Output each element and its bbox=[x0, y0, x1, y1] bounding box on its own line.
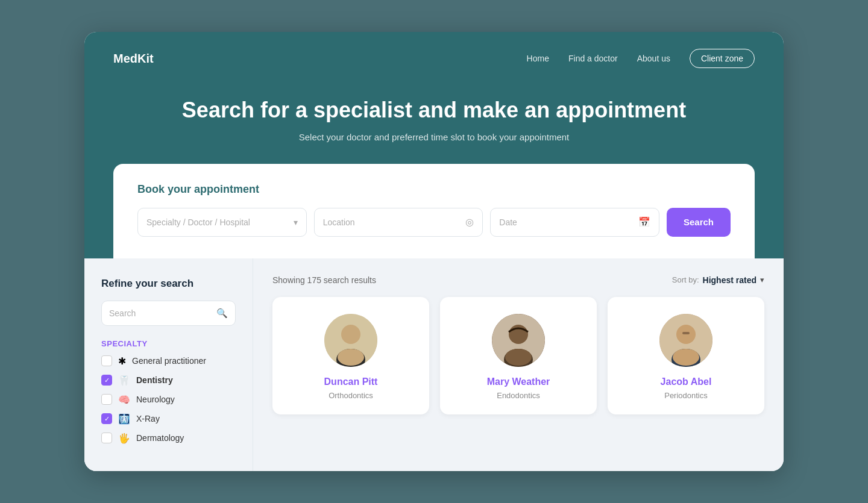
doctor-card-0[interactable]: Duncan Pitt Orthodontics bbox=[272, 297, 429, 414]
doctor-cards-grid: Duncan Pitt Orthodontics Mary bbox=[272, 297, 764, 414]
svg-point-11 bbox=[673, 349, 699, 366]
gp-label: General practitioner bbox=[132, 356, 206, 366]
booking-card: Book your appointment ▾ ◎ 📅 Search bbox=[113, 164, 755, 258]
doctor-avatar-1 bbox=[492, 314, 545, 367]
location-field[interactable]: ◎ bbox=[314, 208, 483, 237]
doctor-card-2[interactable]: Jacob Abel Periodontics bbox=[608, 297, 764, 414]
client-zone-button[interactable]: Client zone bbox=[690, 49, 755, 68]
sidebar: Refine your search 🔍 Specialty ✱ General… bbox=[84, 258, 253, 471]
nav-home[interactable]: Home bbox=[527, 54, 549, 63]
search-icon: 🔍 bbox=[216, 308, 228, 319]
sort-value: Highest rated bbox=[703, 275, 756, 285]
filter-general-practitioner[interactable]: ✱ General practitioner bbox=[101, 355, 236, 367]
lower-section: Refine your search 🔍 Specialty ✱ General… bbox=[84, 258, 784, 471]
location-input[interactable] bbox=[323, 217, 462, 227]
filter-search-input[interactable] bbox=[109, 308, 216, 318]
gp-icon: ✱ bbox=[118, 355, 126, 367]
doctor-specialty-1: Endodontics bbox=[497, 391, 540, 400]
neurology-icon: 🧠 bbox=[118, 394, 130, 405]
filter-dermatology[interactable]: 🖐 Dermatology bbox=[101, 433, 236, 444]
results-section: Showing 175 search results Sort by: High… bbox=[253, 258, 784, 471]
sort-control[interactable]: Sort by: Highest rated ▾ bbox=[672, 275, 764, 285]
filter-search-box[interactable]: 🔍 bbox=[101, 301, 236, 326]
svg-point-1 bbox=[341, 325, 360, 344]
dentistry-icon: 🦷 bbox=[118, 375, 130, 386]
dermatology-checkbox[interactable] bbox=[101, 433, 112, 443]
dermatology-label: Dermatology bbox=[136, 433, 184, 443]
nav-links: Home Find a doctor About us Client zone bbox=[527, 49, 755, 68]
doctor-name-1: Mary Weather bbox=[487, 376, 550, 387]
doctor-specialty-0: Orthodontics bbox=[329, 391, 373, 400]
logo: MedKit bbox=[113, 52, 154, 66]
booking-section-title: Book your appointment bbox=[137, 183, 731, 196]
svg-rect-12 bbox=[682, 332, 690, 334]
navbar: MedKit Home Find a doctor About us Clien… bbox=[113, 49, 755, 68]
search-button[interactable]: Search bbox=[667, 208, 731, 237]
doctor-specialty-2: Periodontics bbox=[664, 391, 708, 400]
chevron-down-icon: ▾ bbox=[294, 217, 298, 227]
specialty-filter-label: Specialty bbox=[101, 339, 236, 348]
hero-title: Search for a specialist and make an appo… bbox=[113, 97, 755, 123]
booking-form: ▾ ◎ 📅 Search bbox=[137, 208, 731, 237]
dentistry-checkbox[interactable] bbox=[101, 375, 112, 386]
results-header: Showing 175 search results Sort by: High… bbox=[272, 275, 764, 285]
filter-xray[interactable]: 🩻 X-Ray bbox=[101, 413, 236, 425]
hero-subtitle: Select your doctor and preferred time sl… bbox=[113, 132, 755, 142]
specialty-input[interactable] bbox=[146, 217, 290, 227]
neurology-checkbox[interactable] bbox=[101, 394, 112, 405]
dentistry-label: Dentistry bbox=[136, 375, 173, 385]
xray-icon: 🩻 bbox=[118, 413, 130, 425]
doctor-card-1[interactable]: Mary Weather Endodontics bbox=[440, 297, 597, 414]
nav-find-doctor[interactable]: Find a doctor bbox=[568, 54, 618, 63]
main-container: MedKit Home Find a doctor About us Clien… bbox=[84, 32, 784, 470]
sidebar-title: Refine your search bbox=[101, 278, 236, 290]
neurology-label: Neurology bbox=[136, 395, 175, 404]
hero-section: MedKit Home Find a doctor About us Clien… bbox=[84, 32, 784, 258]
specialty-field[interactable]: ▾ bbox=[137, 208, 307, 237]
gp-checkbox[interactable] bbox=[101, 355, 112, 366]
doctor-avatar-2 bbox=[659, 314, 712, 367]
dermatology-icon: 🖐 bbox=[118, 433, 130, 444]
doctor-avatar-0 bbox=[324, 314, 377, 367]
results-count: Showing 175 search results bbox=[272, 275, 376, 285]
xray-checkbox[interactable] bbox=[101, 413, 112, 424]
doctor-name-0: Duncan Pitt bbox=[324, 376, 378, 387]
filter-neurology[interactable]: 🧠 Neurology bbox=[101, 394, 236, 405]
svg-point-3 bbox=[338, 349, 364, 366]
location-icon: ◎ bbox=[465, 216, 474, 228]
doctor-name-2: Jacob Abel bbox=[661, 376, 712, 387]
filter-dentistry[interactable]: 🦷 Dentistry bbox=[101, 375, 236, 386]
xray-label: X-Ray bbox=[136, 414, 160, 423]
calendar-icon: 📅 bbox=[638, 216, 650, 228]
nav-about-us[interactable]: About us bbox=[637, 54, 670, 63]
date-field[interactable]: 📅 bbox=[490, 208, 659, 237]
sort-label: Sort by: bbox=[672, 275, 699, 284]
sort-chevron-icon: ▾ bbox=[760, 275, 764, 284]
svg-point-7 bbox=[505, 349, 532, 366]
date-input[interactable] bbox=[499, 217, 635, 227]
